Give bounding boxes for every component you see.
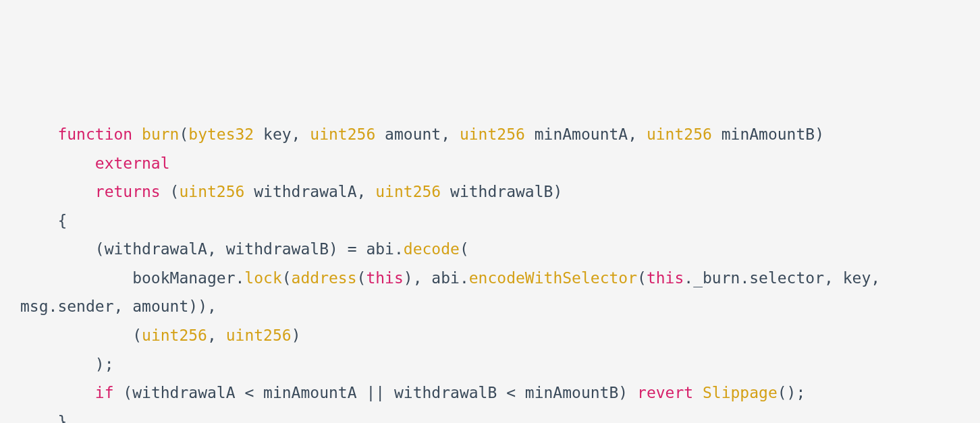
code-token: ) — [618, 384, 628, 401]
code-token: , — [292, 125, 301, 143]
code-token: lock — [244, 269, 281, 287]
code-token: Slippage — [703, 384, 778, 401]
code-token: withdrawalB — [441, 183, 553, 200]
code-token: ; — [105, 356, 114, 373]
code-token: ) — [815, 125, 824, 143]
code-token: , — [207, 298, 217, 315]
code-token — [20, 183, 95, 200]
code-token: ) — [553, 183, 562, 200]
code-token: ( — [179, 125, 188, 143]
code-token: minAmountA — [254, 384, 366, 401]
code-token: () — [778, 384, 796, 401]
code-token — [20, 240, 95, 258]
code-token — [450, 125, 460, 143]
code-token — [637, 125, 647, 143]
code-token: uint256 — [647, 125, 712, 143]
code-token: ) — [329, 240, 338, 258]
code-token: uint256 — [375, 183, 441, 200]
code-token: uint256 — [310, 125, 375, 143]
code-token: { — [57, 212, 67, 229]
code-token: , — [871, 269, 880, 287]
code-token: withdrawalA — [244, 183, 356, 200]
code-token: abi — [423, 269, 460, 287]
code-token — [113, 384, 123, 401]
code-token: , — [824, 269, 834, 287]
code-token: withdrawalB — [217, 240, 329, 258]
code-token: amount — [375, 125, 441, 143]
code-token — [20, 384, 95, 401]
code-token — [132, 125, 142, 143]
code-snippet: function burn(bytes32 key, uint256 amoun… — [20, 120, 960, 423]
code-token — [20, 327, 132, 344]
code-token: ) — [95, 356, 105, 373]
code-token: decode — [404, 240, 460, 258]
code-token: key — [254, 125, 291, 143]
code-token: < — [244, 384, 254, 401]
code-token: revert — [637, 384, 693, 401]
code-token: withdrawalA — [105, 240, 207, 258]
code-token: = — [348, 240, 357, 258]
code-token — [366, 183, 375, 200]
code-token: minAmountB — [516, 384, 618, 401]
code-token: )) — [188, 298, 207, 315]
code-token: encodeWithSelector — [469, 269, 637, 287]
code-token: ( — [282, 269, 292, 287]
code-token: sender — [57, 298, 113, 315]
code-token: withdrawalA — [132, 384, 244, 401]
code-token: selector — [749, 269, 824, 287]
code-token: ( — [637, 269, 647, 287]
code-token: minAmountA — [525, 125, 628, 143]
code-token: burn — [142, 125, 179, 143]
code-token: key — [834, 269, 871, 287]
code-token: if — [95, 384, 114, 401]
code-token: uint256 — [179, 183, 244, 200]
code-token — [300, 125, 310, 143]
code-token: minAmountB — [712, 125, 815, 143]
code-token — [161, 183, 170, 200]
code-token: ( — [95, 240, 105, 258]
code-token — [628, 384, 637, 401]
code-token: uint256 — [142, 327, 207, 344]
code-token: ( — [132, 327, 142, 344]
code-token: , — [357, 183, 366, 200]
code-token — [217, 327, 226, 344]
code-token: < — [506, 384, 516, 401]
code-token: . — [740, 269, 749, 287]
code-token: , — [207, 240, 217, 258]
code-token: this — [366, 269, 403, 287]
code-token: . — [684, 269, 693, 287]
code-token — [20, 413, 57, 423]
code-token: ( — [460, 240, 469, 258]
code-token: . — [49, 298, 58, 315]
code-token: bookManager — [20, 269, 236, 287]
code-token — [20, 125, 57, 143]
code-token: address — [292, 269, 357, 287]
code-token: ( — [170, 183, 180, 200]
code-token: , — [413, 269, 423, 287]
code-token — [20, 212, 57, 229]
code-token: ( — [123, 384, 132, 401]
code-token: uint256 — [226, 327, 292, 344]
code-token: function — [57, 125, 132, 143]
code-token: , — [628, 125, 637, 143]
code-token: abi — [357, 240, 394, 258]
code-token — [338, 240, 348, 258]
code-token: uint256 — [460, 125, 525, 143]
code-token — [693, 384, 703, 401]
code-token: this — [647, 269, 684, 287]
code-token: . — [460, 269, 469, 287]
code-token: , — [207, 327, 217, 344]
code-token — [20, 356, 95, 373]
code-token: } — [57, 413, 67, 423]
code-token: returns — [95, 183, 161, 200]
code-token: , — [441, 125, 450, 143]
code-token: ; — [796, 384, 805, 401]
code-token: ) — [404, 269, 413, 287]
code-token: bytes32 — [188, 125, 254, 143]
code-token: _burn — [693, 269, 740, 287]
code-token — [20, 154, 95, 172]
code-token: amount — [123, 298, 188, 315]
code-token: ( — [357, 269, 366, 287]
code-token: withdrawalB — [385, 384, 506, 401]
code-token: . — [394, 240, 404, 258]
